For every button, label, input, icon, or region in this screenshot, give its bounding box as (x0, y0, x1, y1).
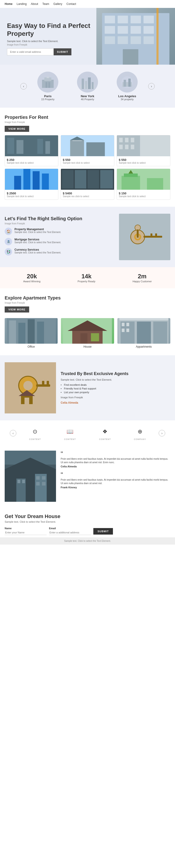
svg-rect-86 (137, 321, 151, 344)
svg-rect-44 (125, 138, 129, 142)
apt-office-label: Office (5, 345, 58, 348)
svg-rect-57 (88, 170, 99, 189)
apt-house[interactable]: House (61, 318, 114, 348)
property-card-2[interactable]: $ 550 Sample text click to select (117, 135, 170, 166)
hero-form: SUBMIT (7, 49, 96, 55)
svg-rect-47 (131, 145, 134, 149)
svg-rect-24 (92, 82, 94, 89)
apt-office-image (5, 318, 58, 344)
property-card-3[interactable]: $ 2500 Sample text click to select (5, 168, 58, 200)
selling-section: Let's Find The Right Selling Option Imag… (0, 207, 175, 267)
property-card-1[interactable]: $ 550 Sample text click to select (61, 135, 114, 166)
dream-submit-button[interactable]: SUBMIT (93, 528, 113, 534)
stat-award-number: 20k (23, 273, 41, 280)
property-card-4[interactable]: $ 5400 Sample rex click to select (61, 168, 114, 200)
logo-icon-0: ⊙ (29, 426, 41, 437)
service-pm-title: Property Management (15, 228, 61, 231)
property-desc-1: Sample text click to select (63, 162, 112, 164)
service-currency-desc: Sample text. Click to select the Text El… (15, 251, 61, 254)
dream-title: Get Your Dream House (5, 514, 170, 520)
apt-appartments[interactable]: Appartments (117, 318, 170, 348)
svg-rect-55 (62, 170, 74, 189)
property-card-0[interactable]: $ 250 Sample text click to select (5, 135, 58, 166)
property-price-2: $ 550 (119, 158, 168, 162)
svg-point-94 (23, 381, 33, 390)
service-mortgage-desc: Sample text. Click to select the Text El… (15, 241, 61, 244)
hero-title: Easy Way to Find a Perfect Property (7, 22, 96, 37)
svg-rect-78 (46, 324, 53, 344)
svg-rect-2 (118, 16, 128, 23)
svg-rect-8 (144, 26, 154, 34)
logo-text-1: CONTENT (64, 438, 76, 440)
city-newyork: New York 46 Property (69, 72, 106, 101)
rent-view-more-button[interactable]: VIEW MORE (5, 126, 29, 132)
svg-rect-39 (86, 142, 105, 156)
svg-rect-43 (119, 145, 123, 149)
logo-2: ❖ CONTENT (89, 426, 121, 440)
cities-next-button[interactable]: › (148, 83, 155, 90)
stat-award: 20k Award Winning (23, 273, 41, 283)
logo-0: ⊙ CONTENT (19, 426, 51, 440)
apt-office[interactable]: Office (5, 318, 58, 348)
rent-img-credit: Image from Freepik (5, 121, 170, 123)
city-la-count: 34 property (108, 98, 146, 101)
nav-about[interactable]: About (31, 2, 38, 6)
svg-rect-105 (22, 480, 25, 483)
svg-rect-96 (42, 381, 44, 385)
svg-rect-62 (147, 178, 163, 190)
svg-rect-82 (91, 333, 99, 341)
svg-rect-11 (130, 36, 141, 44)
testimonial-text-0: Proin sed libero enim sed faucibus turpi… (61, 457, 170, 464)
cities-prev-button[interactable]: ‹ (20, 83, 27, 90)
hero-email-input[interactable] (7, 49, 54, 55)
nav-home[interactable]: Home (5, 2, 12, 6)
testimonial-author-0: Celia Almeda (61, 465, 170, 468)
explore-view-more-button[interactable]: VIEW MORE (5, 307, 29, 312)
nav-contact[interactable]: Contact (67, 2, 76, 6)
stat-property-label: Property Ready (77, 280, 95, 283)
nav-team[interactable]: Team (42, 2, 49, 6)
stat-award-label: Award Winning (23, 280, 41, 283)
property-image-0 (5, 135, 58, 156)
property-image-2 (117, 135, 170, 156)
city-paris-count: 15 Property (29, 98, 67, 101)
svg-rect-10 (118, 36, 128, 44)
email-form-group: Email (49, 527, 91, 535)
property-image-1 (61, 135, 114, 156)
dream-desc: Sample text. Click to select the Text El… (5, 520, 170, 523)
email-input[interactable] (49, 530, 91, 535)
name-input[interactable] (5, 530, 47, 535)
svg-rect-4 (144, 16, 154, 23)
logos-next-button[interactable]: › (159, 430, 165, 436)
city-newyork-image (77, 72, 98, 93)
logos-prev-button[interactable]: ‹ (10, 430, 16, 436)
svg-rect-33 (38, 139, 43, 154)
property-management-icon: 🏠 (5, 228, 12, 235)
service-property-management: 🏠 Property Management Sample text. Click… (5, 228, 114, 235)
service-pm-desc: Sample text. Click to select the Text El… (15, 231, 61, 234)
trusted-list-item-0: Find excellent deals (61, 383, 170, 386)
svg-rect-81 (80, 333, 88, 344)
svg-rect-60 (122, 176, 140, 189)
city-paris-name: Paris (29, 94, 67, 98)
cities-section: ‹ Paris 15 Property (0, 65, 175, 107)
svg-rect-88 (122, 323, 124, 326)
selling-title: Let's Find The Right Selling Option (5, 216, 114, 221)
city-paris-image (38, 72, 58, 93)
apt-house-label: House (61, 345, 114, 348)
hero-subtitle: Sample text. Click to select the Text El… (7, 40, 96, 42)
hero-submit-button[interactable]: SUBMIT (54, 49, 71, 55)
apt-appartments-label: Appartments (117, 345, 170, 348)
svg-rect-22 (85, 81, 87, 89)
nav-gallery[interactable]: Gallery (53, 2, 62, 6)
logo-icon-1: 📖 (65, 426, 76, 437)
selling-image (119, 214, 170, 260)
svg-rect-75 (19, 323, 25, 344)
rent-section: Properties For Rent Image from Freepik V… (0, 107, 175, 207)
name-label: Name (5, 527, 47, 530)
trusted-list-item-2: List your own property (61, 391, 170, 394)
svg-rect-21 (82, 79, 84, 89)
nav-landing[interactable]: Landing (17, 2, 27, 6)
property-card-5[interactable]: $ 150 Sample text click to select (117, 168, 170, 200)
svg-rect-3 (130, 16, 141, 23)
